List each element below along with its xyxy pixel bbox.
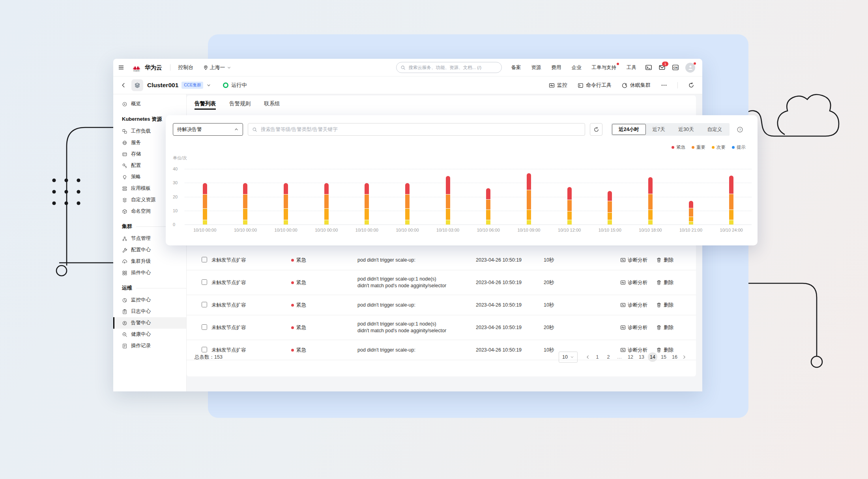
page-number-2[interactable]: 2 — [604, 352, 613, 362]
chart-bar[interactable] — [284, 183, 288, 225]
diagnose-link[interactable]: 诊断分析 — [620, 324, 647, 331]
chart-bar[interactable] — [365, 183, 369, 225]
page-number-15[interactable]: 15 — [659, 352, 668, 362]
row-checkbox[interactable] — [202, 257, 207, 262]
cluster-action-监控[interactable]: 监控 — [549, 82, 567, 89]
legend-dot — [672, 146, 674, 149]
next-page-button[interactable] — [682, 355, 687, 359]
page-number-13[interactable]: 13 — [637, 352, 646, 362]
diagnose-link[interactable]: 诊断分析 — [620, 279, 647, 286]
page-number-16[interactable]: 16 — [670, 352, 679, 362]
clipboard-icon — [122, 309, 127, 314]
alert-search-input[interactable] — [260, 126, 581, 133]
alert-table: 未触发节点扩容紧急pod didn't trigger scale-up:202… — [187, 250, 696, 360]
chart-bar[interactable] — [203, 183, 207, 225]
sidebar-item-操作记录[interactable]: 操作记录 — [113, 340, 186, 352]
chart-bar[interactable] — [689, 201, 693, 225]
bar-segment-重要 — [689, 208, 693, 217]
cluster-name: Cluster001 — [147, 82, 178, 89]
top-link-备案[interactable]: 备案 — [511, 64, 521, 71]
global-search-input[interactable] — [408, 65, 498, 70]
delete-link[interactable]: 删除 — [656, 324, 673, 331]
row-checkbox[interactable] — [202, 279, 207, 285]
avatar[interactable] — [685, 63, 695, 73]
refresh-icon[interactable] — [688, 82, 694, 88]
chart-bar[interactable] — [446, 176, 450, 225]
sidebar-item-概览[interactable]: 概览 — [113, 98, 186, 110]
tab-告警列表[interactable]: 告警列表 — [195, 95, 216, 112]
range-近30天[interactable]: 近30天 — [672, 124, 701, 135]
range-近24小时[interactable]: 近24小时 — [612, 124, 645, 135]
chart-bar[interactable] — [648, 177, 653, 225]
sidebar-item-配置中心[interactable]: 配置中心 — [113, 244, 186, 256]
table-row: 未触发节点扩容紧急pod didn't trigger scale-up:202… — [187, 295, 696, 315]
tab-联系组[interactable]: 联系组 — [264, 95, 280, 112]
chart-bar[interactable] — [608, 191, 612, 225]
range-近7天[interactable]: 近7天 — [646, 124, 672, 135]
x-tick-label: 10/10 21:00 — [671, 228, 711, 232]
x-tick-label: 10/10 00:00 — [306, 228, 347, 232]
page-size-select[interactable]: 10 — [559, 352, 578, 363]
alert-status-select[interactable]: 待解决告警 — [173, 123, 243, 136]
page-number-14[interactable]: 14 — [648, 352, 657, 362]
alert-severity-cell: 紧急 — [291, 257, 357, 264]
sidebar-item-告警中心[interactable]: 告警中心 — [113, 317, 186, 329]
layers-icon — [122, 197, 127, 203]
mail-icon[interactable]: 1 — [658, 64, 666, 71]
row-checkbox[interactable] — [202, 324, 207, 330]
top-link-资源[interactable]: 资源 — [531, 64, 541, 71]
delete-link[interactable]: 删除 — [656, 257, 673, 264]
locale-cn-icon[interactable] — [672, 64, 679, 71]
bar-segment-提示 — [284, 220, 288, 225]
chart-bar[interactable] — [527, 173, 531, 225]
sidebar-item-日志中心[interactable]: 日志中心 — [113, 306, 186, 317]
back-button[interactable] — [120, 82, 127, 88]
desktop-background: HUAWEI 华为云 控制台 上海一 备案资源费用企业工单与支持工具 1 — [0, 0, 868, 479]
bar-segment-重要 — [365, 195, 369, 208]
range-自定义[interactable]: 自定义 — [701, 124, 729, 135]
console-link[interactable]: 控制台 — [178, 64, 194, 71]
sidebar-item-健康中心[interactable]: 健康中心 — [113, 329, 186, 340]
cube-icon — [122, 209, 127, 214]
sidebar-item-监控中心[interactable]: 监控中心 — [113, 294, 186, 306]
diagnose-icon — [620, 257, 626, 263]
alert-search[interactable] — [248, 123, 585, 136]
top-link-工单与支持[interactable]: 工单与支持 — [592, 64, 617, 71]
region-selector[interactable]: 上海一 — [203, 64, 231, 71]
more-actions-icon[interactable] — [661, 82, 667, 88]
cluster-status: 运行中 — [223, 82, 247, 89]
diagnose-link[interactable]: 诊断分析 — [620, 257, 647, 264]
chart-bar[interactable] — [243, 183, 247, 225]
sidebar-item-插件中心[interactable]: 插件中心 — [113, 267, 186, 279]
chart-bar[interactable] — [729, 176, 733, 225]
bar-segment-重要 — [729, 194, 733, 210]
delete-link[interactable]: 删除 — [656, 302, 673, 309]
delete-link[interactable]: 删除 — [656, 279, 673, 286]
hamburger-menu-icon[interactable] — [118, 64, 124, 71]
terminal-icon[interactable] — [645, 64, 652, 71]
alert-time-cell: 2023-04-26 10:50:19 — [476, 280, 544, 285]
chart-bar[interactable] — [324, 183, 329, 225]
legend-label: 次要 — [716, 144, 726, 150]
global-search[interactable] — [396, 62, 502, 73]
cluster-action-命令行工具[interactable]: 命令行工具 — [578, 82, 612, 89]
chart-bar[interactable] — [486, 188, 490, 225]
prev-page-button[interactable] — [586, 355, 590, 359]
chart-refresh-button[interactable] — [590, 123, 602, 136]
cluster-switch-chevron-icon[interactable] — [206, 83, 211, 88]
cluster-action-休眠集群[interactable]: 休眠集群 — [622, 82, 651, 89]
trash-icon — [656, 257, 662, 263]
chart-bar[interactable] — [567, 187, 572, 225]
diagnose-link[interactable]: 诊断分析 — [620, 302, 647, 309]
top-link-企业[interactable]: 企业 — [572, 64, 582, 71]
top-link-工具[interactable]: 工具 — [627, 64, 636, 71]
chart-bar[interactable] — [405, 183, 410, 225]
sidebar-item-集群升级[interactable]: 集群升级 — [113, 256, 186, 267]
page-number-12[interactable]: 12 — [626, 352, 635, 362]
top-link-费用[interactable]: 费用 — [552, 64, 561, 71]
row-checkbox[interactable] — [202, 302, 207, 307]
tab-告警规则[interactable]: 告警规则 — [229, 95, 251, 112]
chart-bar-column — [509, 173, 549, 225]
help-icon[interactable] — [737, 126, 743, 133]
page-number-1[interactable]: 1 — [593, 352, 602, 362]
